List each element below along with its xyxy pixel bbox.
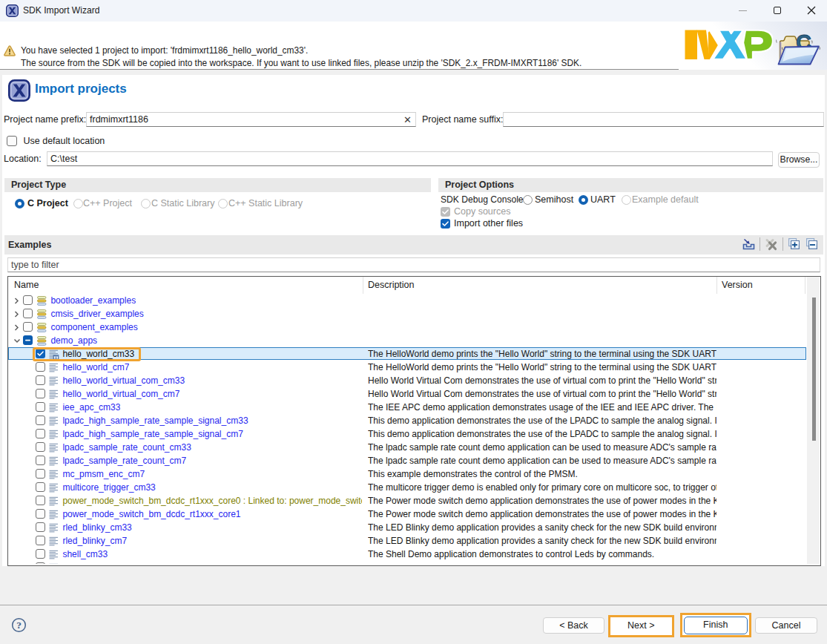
svg-text:?: ?: [16, 620, 22, 631]
